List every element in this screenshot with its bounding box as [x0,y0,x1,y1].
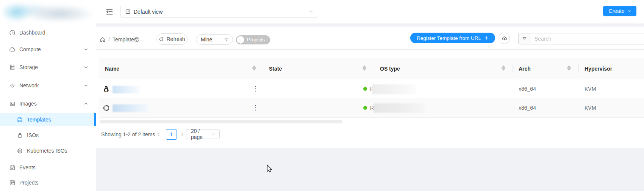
column-header-state[interactable]: State [263,58,374,79]
usb-drive-icon [17,132,23,139]
column-header-arch[interactable]: Arch [513,58,578,79]
search-input[interactable] [530,33,644,44]
projects-toggle-label: Projects [247,37,265,43]
refresh-button[interactable]: Refresh [156,33,188,45]
sidebar-item-label: Dashboard [19,30,45,36]
ubuntu-logo-icon [102,104,110,112]
breadcrumb: / Templates [100,36,137,43]
projects-toggle[interactable]: Projects [236,35,270,44]
project-board-icon [9,180,16,186]
sidebar: Dashboard Compute Storage Network [0,0,96,191]
sidebar-item-dashboard[interactable]: Dashboard [0,26,96,39]
sidebar-item-label: Kubernetes ISOs [27,148,67,154]
sidebar-item-isos[interactable]: ISOs [0,129,96,142]
reload-icon [159,37,164,42]
plus-icon [484,36,489,40]
previous-page-icon[interactable] [156,132,161,137]
filter-select-value: Mine [201,36,212,43]
storage-server-icon [9,64,16,71]
create-button-label: Create [608,8,624,14]
sidebar-item-label: Storage [19,64,38,70]
sidebar-item-projects[interactable]: Projects [0,176,96,189]
table-row[interactable]: ⋮ Ready x86_64 KVM [99,79,644,99]
column-header-hypervisor[interactable]: Hypervisor [578,58,644,79]
page-number-button[interactable]: 1 [166,129,177,140]
column-label: State [269,66,282,72]
chevron-down-icon [212,132,216,136]
hypervisor-value: KVM [585,79,596,98]
chevron-down-icon [84,65,88,69]
wifi-icon [9,82,16,89]
funnel-filter-icon [224,37,229,42]
sidebar-item-network[interactable]: Network [0,79,96,92]
help-question-icon[interactable] [134,36,140,43]
sidebar-item-events[interactable]: Events [0,161,96,174]
cloud-upload-icon [502,36,507,41]
redacted-os-type [372,84,416,94]
column-label: OS type [380,66,400,72]
sidebar-item-images[interactable]: Images [0,97,96,110]
calendar-check-icon [9,164,16,171]
create-button[interactable]: Create [603,6,636,16]
column-header-name[interactable]: Name [99,58,263,79]
row-actions-ellipsis-icon[interactable]: ⋮ [251,103,259,112]
linux-tux-icon [102,85,110,93]
view-select[interactable]: Default view [120,6,318,17]
page-size-select[interactable]: 20 / page [186,129,220,139]
ready-status-dot [363,106,367,110]
picture-icon [9,101,16,107]
page-size-value: 20 / page [191,128,212,140]
cloud-icon [9,46,16,53]
dashboard-gauge-icon [9,30,16,36]
redacted-os-type [374,103,424,113]
divider [96,49,644,50]
sidebar-item-templates[interactable]: Templates [0,113,96,126]
chevron-down-icon [84,83,88,88]
sidebar-item-storage[interactable]: Storage [0,61,96,74]
next-page-icon[interactable] [180,132,185,137]
breadcrumb-current: Templates [113,36,137,43]
chevron-up-icon [84,101,88,106]
sidebar-item-label: Images [19,101,37,107]
pagination: Showing 1-2 of 2 items 1 20 / page [96,129,437,140]
column-header-os-type[interactable]: OS type [374,58,513,79]
refresh-button-label: Refresh [166,36,185,42]
sidebar-item-label: ISOs [27,132,39,138]
home-icon[interactable] [100,36,106,43]
sorter-icon [363,65,366,71]
kubernetes-wheel-icon [17,148,23,154]
breadcrumb-separator: / [108,36,110,43]
table-header: Name State OS type Arch Hypervisor [99,58,644,80]
save-floppy-icon [17,117,23,123]
hypervisor-value: KVM [585,98,596,117]
redacted-template-name [113,86,139,93]
sorter-icon [252,65,256,71]
scrollbar-thumb[interactable] [100,120,342,123]
funnel-filter-icon [522,36,527,41]
column-label: Arch [519,66,531,72]
mouse-cursor [267,164,273,174]
sidebar-item-label: Templates [27,117,51,123]
table-row[interactable]: ⋮ Ready x86_64 KVM [99,98,644,118]
sidebar-item-label: Events [19,164,36,170]
register-template-button[interactable]: Register Template from URL [410,33,495,43]
sidebar-item-label: Compute [19,46,41,52]
arch-value: x86_64 [519,79,536,98]
register-template-label: Register Template from URL [417,35,481,41]
sidebar-collapse-icon[interactable] [105,8,114,16]
chevron-down-icon [309,9,313,14]
column-label: Hypervisor [585,66,612,72]
sidebar-item-kubernetes-isos[interactable]: Kubernetes ISOs [0,144,96,157]
sorter-icon [567,65,571,71]
ready-status-dot [363,87,367,91]
upload-from-local-button[interactable] [499,33,510,44]
view-select-value: Default view [134,9,163,15]
table-horizontal-scrollbar[interactable] [99,118,644,126]
sidebar-item-label: Projects [19,180,39,186]
sidebar-item-compute[interactable]: Compute [0,43,96,56]
redacted-logo [2,2,92,21]
filter-select[interactable]: Mine [196,34,233,45]
sorter-icon [502,65,505,71]
row-actions-ellipsis-icon[interactable]: ⋮ [251,84,259,93]
search-box [518,33,644,44]
